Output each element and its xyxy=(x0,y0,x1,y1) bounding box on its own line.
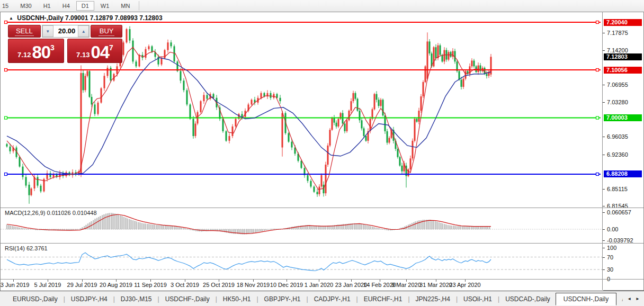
price-tick-label: 7.06955 xyxy=(607,82,628,88)
axis-tick xyxy=(603,248,605,248)
buy-price-small: 7.13 xyxy=(76,50,90,60)
macd-value-1: 0.011026 xyxy=(47,210,70,216)
date-label: 18 Nov 2019 xyxy=(237,282,270,288)
chart-window: 13 Jun 20195 Jul 201929 Jul 201920 Aug 2… xyxy=(0,12,644,291)
axis-separator xyxy=(603,279,643,280)
horizontal-line-7.10056[interactable] xyxy=(5,69,601,71)
price-tick-label: 7.17875 xyxy=(607,30,628,36)
date-label: 1 Jan 2020 xyxy=(305,282,333,288)
date-label: 20 Aug 2019 xyxy=(100,282,132,288)
date-label: 13 Jun 2019 xyxy=(0,282,29,288)
axis-tick xyxy=(603,240,605,241)
macd-tick-label: 0.00 xyxy=(607,226,618,232)
timeframe-button-15[interactable]: 15 xyxy=(0,1,14,11)
volume-decrease-icon[interactable]: ▼ xyxy=(42,25,53,37)
symbol-tab-audu[interactable]: AUDU xyxy=(616,293,623,305)
symbol-tab-usdcnh-daily[interactable]: USDCNH-,Daily xyxy=(556,293,616,305)
sell-button[interactable]: SELL xyxy=(8,25,41,38)
volume-stepper: ▼ 20.00 ▲ xyxy=(42,25,90,38)
symbol-tab-usdcad-daily[interactable]: USDCAD-,Daily xyxy=(500,293,556,305)
ohlc-low: 7.08993 xyxy=(114,14,137,22)
horizontal-line-6.88208[interactable] xyxy=(5,173,601,176)
ohlc-close: 7.12803 xyxy=(139,14,162,22)
timeframe-button-d1[interactable]: D1 xyxy=(76,1,94,11)
tab-scroll-left-icon[interactable]: ◄ xyxy=(627,296,631,301)
buy-price-big: 04 xyxy=(91,44,109,60)
timeframe-button-mn[interactable]: MN xyxy=(115,1,135,11)
date-label: 10 Dec 2019 xyxy=(270,282,303,288)
timeframe-button-h4[interactable]: H4 xyxy=(57,1,75,11)
rsi-indicator-pane xyxy=(1,243,603,279)
price-badge-7.20040: 7.20040 xyxy=(604,19,642,26)
symbol-tab-cadjpy-h1[interactable]: CADJPY-,H1 xyxy=(309,293,356,305)
macd-signal-line xyxy=(7,214,491,233)
date-label: 3 Oct 2019 xyxy=(171,282,199,288)
price-badge-7.12803: 7.12803 xyxy=(604,53,642,60)
volume-increase-icon[interactable]: ▲ xyxy=(78,25,89,37)
price-tick-label: 6.81545 xyxy=(607,203,628,209)
price-tick-label: 6.92360 xyxy=(607,151,628,158)
axis-tick xyxy=(603,189,605,190)
timeframe-button-w1[interactable]: W1 xyxy=(95,1,115,11)
sell-price-panel[interactable]: 7.12 80 3 xyxy=(8,39,64,63)
date-label: 25 Oct 2019 xyxy=(203,282,235,288)
axis-tick xyxy=(603,50,605,51)
rsi-tick-label: 100 xyxy=(607,245,616,251)
axis-tick xyxy=(603,137,605,137)
horizontal-line-7.00003[interactable] xyxy=(5,116,601,119)
sell-price-small: 7.12 xyxy=(17,50,31,60)
date-label: 9 Mar 2020 xyxy=(391,282,421,288)
symbol-tab-usdjpy-h4[interactable]: USDJPY-,H4 xyxy=(66,293,113,305)
axis-tick xyxy=(603,155,605,155)
symbol-tab-gbpjpy-h1[interactable]: GBPJPY-,H1 xyxy=(259,293,306,305)
symbol-tab-usdchf-daily[interactable]: USDCHF-,Daily xyxy=(160,293,215,305)
trading-terminal-window: 15M30H1H4D1W1MN 13 Jun 20195 Jul 201929 … xyxy=(0,0,644,306)
axis-tick xyxy=(603,269,605,270)
date-label: 5 Jul 2019 xyxy=(34,282,61,288)
buy-price-panel[interactable]: 7.13 04 7 xyxy=(67,39,122,63)
chart-title: ▲ USDCNH-,Daily 7.09001 7.12879 7.08993 … xyxy=(9,14,163,22)
timeframe-toolbar: 15M30H1H4D1W1MN xyxy=(0,0,644,12)
date-label: 23 Jan 2020 xyxy=(335,282,368,288)
axis-separator xyxy=(603,208,643,208)
axis-tick xyxy=(603,206,605,206)
one-click-trading-widget: SELL ▼ 20.00 ▲ BUY 7.12 80 3 7.13 xyxy=(8,25,122,63)
price-axis: 7.178757.142007.069557.032806.960356.923… xyxy=(602,12,643,290)
chart-symbol-period: USDCNH-,Daily xyxy=(17,14,63,22)
axis-tick xyxy=(603,85,605,85)
buy-price-sup: 7 xyxy=(109,43,113,52)
timeframe-button-m30[interactable]: M30 xyxy=(15,1,37,11)
date-label: 11 Sep 2019 xyxy=(134,282,167,288)
tab-scroll-right-icon[interactable]: ► xyxy=(636,296,640,301)
macd-name: MACD(12,26,9) xyxy=(5,210,45,216)
buy-button[interactable]: BUY xyxy=(91,25,122,38)
price-tick-label: 6.96035 xyxy=(607,133,628,140)
price-badge-7.10056: 7.10056 xyxy=(604,67,642,74)
axis-tick xyxy=(603,257,605,258)
timeframe-button-h1[interactable]: H1 xyxy=(38,1,56,11)
price-tick-label: 7.14200 xyxy=(607,47,628,53)
sell-price-sup: 3 xyxy=(50,43,55,52)
symbol-tab-usoil-h1[interactable]: USOil-,H1 xyxy=(458,293,497,305)
date-label: 23 Apr 2020 xyxy=(449,282,480,288)
symbol-tab-jpn225-h4[interactable]: JPN225-,H4 xyxy=(410,293,455,305)
price-tick-label: 6.85115 xyxy=(607,186,628,192)
symbol-tab-eurchf-h1[interactable]: EURCHF-,H1 xyxy=(359,293,408,305)
axis-tick xyxy=(603,229,605,230)
axis-tick xyxy=(603,102,605,103)
macd-histogram xyxy=(6,213,490,235)
time-axis: 13 Jun 20195 Jul 201929 Jul 201920 Aug 2… xyxy=(1,279,603,291)
symbol-tab-dj30-m15[interactable]: DJ30-,M15 xyxy=(115,293,157,305)
symbol-tabs: EURUSD-,Daily|USDJPY-,H4|DJ30-,M15|USDCH… xyxy=(7,293,623,305)
collapse-triangle-icon[interactable]: ▲ xyxy=(9,16,13,21)
axis-tick xyxy=(603,33,605,33)
macd-tick-label: 0.060657 xyxy=(607,209,631,215)
symbol-tab-eurusd-daily[interactable]: EURUSD-,Daily xyxy=(7,293,63,305)
rsi-label: RSI(14) 62.3761 xyxy=(5,245,48,251)
symbol-tab-hk50-h1[interactable]: HK50-,H1 xyxy=(218,293,256,305)
volume-input[interactable]: 20.00 xyxy=(53,25,78,37)
plot-area: 13 Jun 20195 Jul 201929 Jul 201920 Aug 2… xyxy=(1,12,603,290)
price-badge-6.88208: 6.88208 xyxy=(604,170,642,177)
axis-tick xyxy=(603,212,605,213)
date-label: 31 Mar 2020 xyxy=(419,282,452,288)
